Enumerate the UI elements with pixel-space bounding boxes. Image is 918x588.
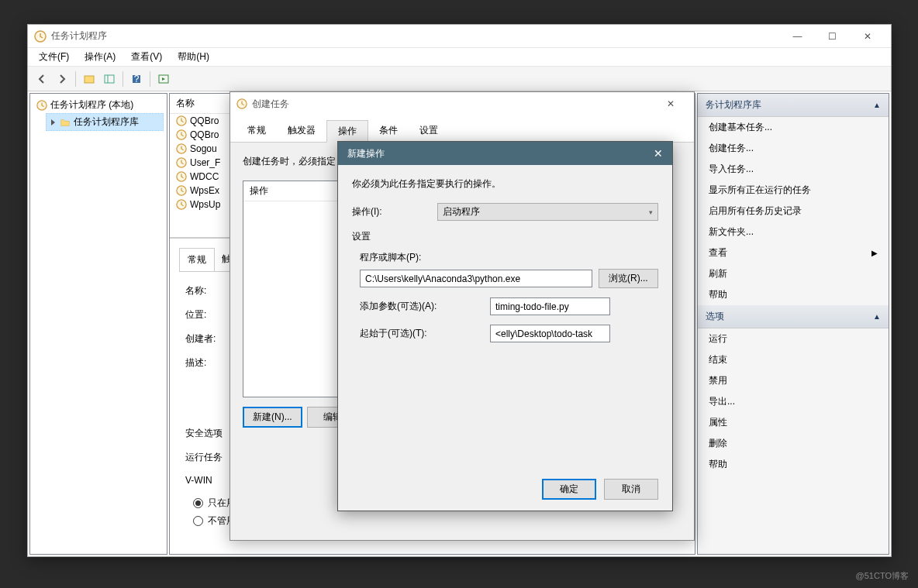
- tree-panel: 任务计划程序 (本地) 任务计划程序库: [29, 93, 167, 555]
- action-[interactable]: 创建基本任务...: [698, 117, 889, 138]
- menu-view[interactable]: 查看(V): [123, 49, 170, 65]
- action-type-label: 操作(I):: [352, 205, 437, 218]
- action-[interactable]: 禁用: [698, 370, 889, 391]
- action-[interactable]: 结束: [698, 349, 889, 370]
- tab-actions[interactable]: 操作: [326, 120, 368, 143]
- action-[interactable]: 导出...: [698, 391, 889, 412]
- listbox-header: 操作: [243, 181, 337, 201]
- action-[interactable]: 启用所有任务历史记录: [698, 201, 889, 222]
- action-[interactable]: 显示所有正在运行的任务: [698, 180, 889, 201]
- tab-general[interactable]: 常规: [236, 120, 277, 142]
- menu-action[interactable]: 操作(A): [77, 49, 123, 65]
- dialog1-tabs: 常规 触发器 操作 条件 设置: [230, 115, 694, 143]
- cancel-button[interactable]: 取消: [604, 479, 658, 500]
- toolbar-action-icon[interactable]: [80, 70, 98, 88]
- action-[interactable]: 创建任务...: [698, 138, 889, 159]
- dialog1-titlebar[interactable]: 创建任务 ✕: [230, 92, 694, 115]
- label-security: 安全选项: [185, 427, 223, 440]
- tab-triggers[interactable]: 触发器: [277, 120, 326, 142]
- label-creator: 创建者:: [185, 332, 232, 346]
- new-action-button[interactable]: 新建(N)...: [243, 407, 302, 428]
- ok-button[interactable]: 确定: [542, 479, 596, 500]
- watermark: @51CTO博客: [856, 570, 909, 582]
- actions-header-options[interactable]: 选项▲: [698, 305, 889, 328]
- tree-library[interactable]: 任务计划程序库: [46, 113, 164, 131]
- dialog2-hint: 你必须为此任务指定要执行的操作。: [352, 177, 658, 191]
- titlebar[interactable]: 任务计划程序 ― ☐ ✕: [28, 25, 891, 48]
- action-[interactable]: 导入任务...: [698, 159, 889, 180]
- actions-header-library[interactable]: 务计划程序库▲: [698, 94, 889, 117]
- action-[interactable]: 查看▶: [698, 242, 889, 263]
- label-name: 名称:: [185, 284, 232, 297]
- program-label: 程序或脚本(P):: [360, 251, 658, 264]
- program-input[interactable]: C:\Users\kelly\Anaconda3\python.exe: [360, 270, 592, 287]
- tab-settings[interactable]: 设置: [409, 120, 449, 142]
- action-[interactable]: 删除: [698, 433, 889, 454]
- action-[interactable]: 属性: [698, 412, 889, 433]
- svg-rect-1: [85, 76, 94, 83]
- label-run-account: 运行任务: [185, 451, 223, 464]
- forward-button[interactable]: [53, 70, 71, 88]
- action-[interactable]: 帮助: [698, 284, 889, 305]
- dialog1-close[interactable]: ✕: [653, 92, 688, 115]
- menu-file[interactable]: 文件(F): [31, 49, 77, 65]
- startin-input[interactable]: <elly\Desktop\todo-task: [490, 325, 610, 342]
- action-[interactable]: 新文件夹...: [698, 222, 889, 242]
- args-input[interactable]: timing-todo-file.py: [490, 297, 610, 315]
- toolbar-panes-icon[interactable]: [100, 70, 119, 88]
- close-button[interactable]: ✕: [850, 25, 885, 48]
- app-icon: [34, 30, 47, 43]
- actions-listbox[interactable]: 操作: [243, 181, 338, 397]
- action-type-select[interactable]: 启动程序 ▾: [437, 203, 658, 221]
- settings-group-label: 设置: [352, 230, 658, 243]
- tree-root[interactable]: 任务计划程序 (本地): [33, 97, 164, 113]
- new-action-dialog: 新建操作 ✕ 你必须为此任务指定要执行的操作。 操作(I): 启动程序 ▾ 设置…: [337, 141, 673, 511]
- actions-panel: 务计划程序库▲ 创建基本任务...创建任务...导入任务...显示所有正在运行的…: [697, 93, 889, 555]
- clock-icon: [236, 98, 247, 109]
- minimize-button[interactable]: ―: [780, 25, 815, 48]
- action-[interactable]: 刷新: [698, 263, 889, 284]
- svg-text:?: ?: [134, 74, 140, 84]
- account-value: V-WIN: [185, 475, 212, 486]
- expand-icon: [51, 119, 55, 126]
- window-title: 任务计划程序: [51, 29, 107, 43]
- tab-conditions[interactable]: 条件: [368, 120, 409, 142]
- maximize-button[interactable]: ☐: [815, 25, 850, 48]
- action-[interactable]: 帮助: [698, 454, 889, 475]
- toolbar-help-icon[interactable]: ?: [127, 70, 146, 88]
- folder-icon: [60, 117, 71, 128]
- chevron-down-icon: ▾: [649, 208, 653, 216]
- toolbar-run-icon[interactable]: [154, 70, 173, 88]
- menubar: 文件(F) 操作(A) 查看(V) 帮助(H): [28, 48, 891, 67]
- browse-button[interactable]: 浏览(R)...: [599, 269, 658, 288]
- menu-help[interactable]: 帮助(H): [170, 49, 217, 65]
- args-label: 添加参数(可选)(A):: [360, 300, 484, 313]
- action-[interactable]: 运行: [698, 328, 889, 349]
- back-button[interactable]: [33, 70, 51, 88]
- label-description: 描述:: [185, 356, 232, 370]
- toolbar: ?: [28, 67, 891, 91]
- dialog2-titlebar[interactable]: 新建操作 ✕: [338, 142, 672, 165]
- label-location: 位置:: [185, 308, 232, 322]
- svg-rect-2: [105, 75, 114, 83]
- tab-general[interactable]: 常规: [179, 248, 215, 271]
- dialog2-close[interactable]: ✕: [654, 147, 663, 160]
- startin-label: 起始于(可选)(T):: [360, 327, 484, 340]
- clock-icon: [36, 100, 47, 111]
